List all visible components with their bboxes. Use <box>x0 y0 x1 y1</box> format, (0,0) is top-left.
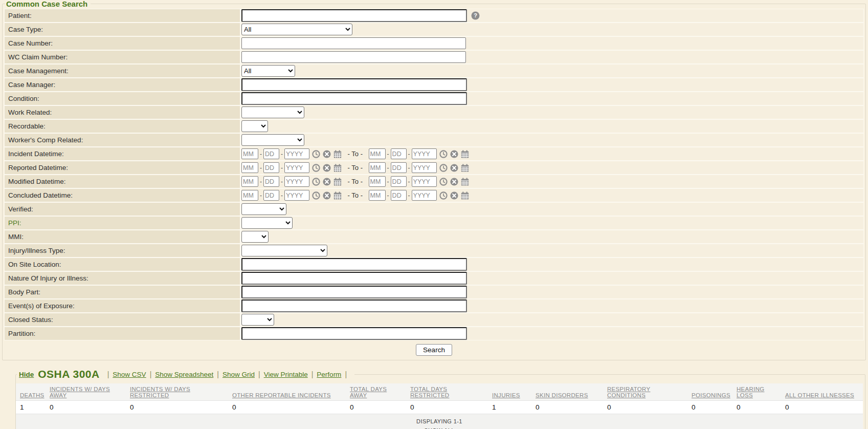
calendar-icon[interactable] <box>461 164 469 172</box>
calendar-icon[interactable] <box>333 164 342 172</box>
clock-icon[interactable] <box>312 191 320 200</box>
clear-icon[interactable] <box>323 164 331 172</box>
column-header-skin-disorders[interactable]: SKIN DISORDERS <box>531 383 603 401</box>
clear-icon[interactable] <box>323 178 331 186</box>
column-header-injuries[interactable]: INJURIES <box>488 383 531 401</box>
column-header-deaths[interactable]: DEATHS <box>16 383 46 401</box>
column-header-hearing-loss[interactable]: HEARING LOSS <box>732 383 781 401</box>
case-manager-input[interactable] <box>241 78 467 91</box>
incident-to-month-input[interactable] <box>369 148 386 159</box>
column-header-respiratory-conditions[interactable]: RESPIRATORY CONDITIONS <box>603 383 687 401</box>
concluded-from-month-input[interactable] <box>241 190 258 201</box>
verified-select[interactable] <box>241 203 286 215</box>
clock-icon[interactable] <box>439 164 448 172</box>
calendar-icon[interactable] <box>461 178 469 186</box>
search-button[interactable]: Search <box>416 344 452 356</box>
mmi-select[interactable] <box>241 231 269 243</box>
clock-icon[interactable] <box>312 150 320 158</box>
ppi-select[interactable] <box>241 217 293 229</box>
column-header-incidents-days-restricted[interactable]: INCIDENTS W/ DAYS RESTRICTED <box>126 383 228 401</box>
calendar-icon[interactable] <box>461 150 469 158</box>
clock-icon[interactable] <box>439 191 448 200</box>
form-row-patient: Patient: <box>5 9 863 22</box>
work-related-select[interactable] <box>241 106 304 118</box>
reported-from-month-input[interactable] <box>241 162 258 173</box>
clock-icon[interactable] <box>312 178 320 186</box>
osha-300a-panel: Hide OSHA 300A | Show CSV | Show Spreads… <box>15 368 865 429</box>
recordable-select[interactable] <box>241 120 268 132</box>
events-of-exposure-input[interactable] <box>241 299 467 312</box>
view-printable-link[interactable]: View Printable <box>264 371 308 378</box>
partition-input[interactable] <box>241 327 467 340</box>
concluded-to-year-input[interactable] <box>412 190 437 201</box>
perform-link[interactable]: Perform <box>317 371 341 378</box>
date-range-to-label: - To - <box>346 191 365 199</box>
column-header-all-other-illnesses[interactable]: ALL OTHER ILLNESSES <box>781 383 863 401</box>
form-row-body-part: Body Part: <box>5 286 863 298</box>
column-header-total-days-restricted[interactable]: TOTAL DAYS RESTRICTED <box>406 383 488 401</box>
incident-to-year-input[interactable] <box>412 148 437 159</box>
condition-input[interactable] <box>241 92 467 105</box>
case-number-input[interactable] <box>241 37 466 49</box>
calendar-icon[interactable] <box>333 191 342 200</box>
column-header-total-days-away[interactable]: TOTAL DAYS AWAY <box>346 383 406 401</box>
cell-poisonings: 0 <box>687 401 732 414</box>
show-grid-link[interactable]: Show Grid <box>222 371 255 378</box>
clear-icon[interactable] <box>323 191 331 200</box>
clear-icon[interactable] <box>450 178 458 186</box>
show-csv-link[interactable]: Show CSV <box>113 371 146 378</box>
clear-icon[interactable] <box>450 150 458 158</box>
case-type-select[interactable]: All <box>241 24 352 35</box>
concluded-from-year-input[interactable] <box>284 190 309 201</box>
field-label: Concluded Datetime: <box>5 189 240 202</box>
concluded-to-month-input[interactable] <box>369 190 386 201</box>
incident-to-day-input[interactable] <box>391 148 407 159</box>
body-part-input[interactable] <box>241 286 467 298</box>
patient-input[interactable] <box>241 9 467 22</box>
calendar-icon[interactable] <box>333 178 342 186</box>
case-management-select[interactable]: All <box>241 65 295 77</box>
calendar-icon[interactable] <box>333 150 342 158</box>
modified-to-day-input[interactable] <box>391 176 407 187</box>
hide-link[interactable]: Hide <box>19 371 34 378</box>
reported-to-day-input[interactable] <box>391 162 407 173</box>
incident-from-year-input[interactable] <box>284 148 309 159</box>
on-site-location-input[interactable] <box>241 258 467 271</box>
modified-from-year-input[interactable] <box>284 176 309 187</box>
clear-icon[interactable] <box>450 164 458 172</box>
concluded-from-day-input[interactable] <box>263 190 279 201</box>
clock-icon[interactable] <box>312 164 320 172</box>
modified-to-month-input[interactable] <box>369 176 386 187</box>
column-header-incidents-days-away[interactable]: INCIDENTS W/ DAYS AWAY <box>46 383 126 401</box>
field-label: MMI: <box>5 230 240 243</box>
column-header-other-reportable-incidents[interactable]: OTHER REPORTABLE INCIDENTS <box>228 383 346 401</box>
modified-from-month-input[interactable] <box>241 176 258 187</box>
form-row-mmi: MMI: <box>5 230 863 243</box>
nature-of-injury-input[interactable] <box>241 272 467 285</box>
help-icon[interactable] <box>471 11 480 20</box>
reported-from-day-input[interactable] <box>263 162 279 173</box>
clear-icon[interactable] <box>323 150 331 158</box>
column-header-poisonings[interactable]: POISONINGS <box>687 383 732 401</box>
clock-icon[interactable] <box>439 178 448 186</box>
modified-to-year-input[interactable] <box>412 176 437 187</box>
concluded-to-day-input[interactable] <box>391 190 407 201</box>
reported-to-year-input[interactable] <box>412 162 437 173</box>
incident-from-month-input[interactable] <box>241 148 258 159</box>
incident-from-day-input[interactable] <box>263 148 279 159</box>
field-label: Body Part: <box>5 286 240 298</box>
form-row-ppi: PPI: <box>5 217 863 229</box>
reported-from-year-input[interactable] <box>284 162 309 173</box>
displaying-label: DISPLAYING 1-1 <box>16 418 863 424</box>
workers-comp-related-select[interactable] <box>241 134 304 146</box>
wc-claim-number-input[interactable] <box>241 51 466 63</box>
clear-icon[interactable] <box>450 191 458 200</box>
clock-icon[interactable] <box>439 150 448 158</box>
show-spreadsheet-link[interactable]: Show Spreadsheet <box>155 371 213 378</box>
injury-illness-type-select[interactable] <box>241 245 327 256</box>
modified-from-day-input[interactable] <box>263 176 279 187</box>
calendar-icon[interactable] <box>461 191 469 200</box>
form-row-case-manager: Case Manager: <box>5 78 863 91</box>
closed-status-select[interactable] <box>241 314 274 326</box>
reported-to-month-input[interactable] <box>369 162 386 173</box>
